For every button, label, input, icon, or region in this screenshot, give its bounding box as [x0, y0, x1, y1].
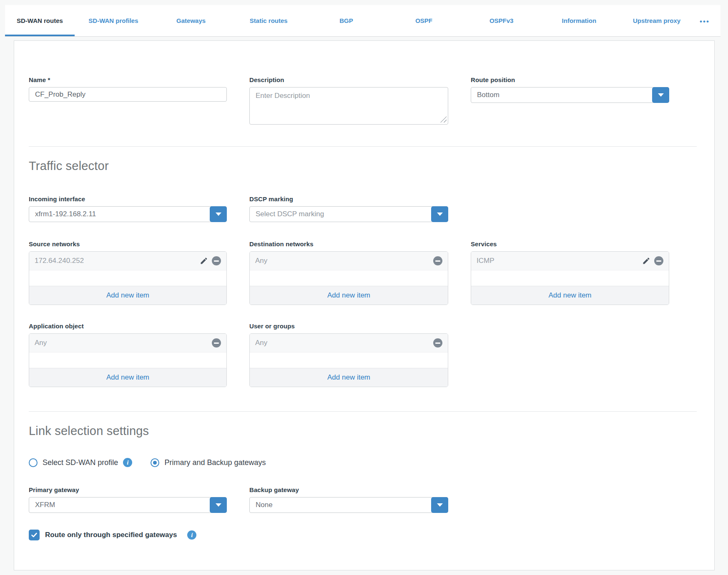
route-position-select[interactable]: Bottom	[471, 87, 669, 103]
radio-label: Primary and Backup gateways	[164, 458, 266, 467]
list-item: Any	[250, 252, 448, 270]
add-new-item-button[interactable]: Add new item	[29, 368, 226, 387]
list-item-value: Any	[35, 339, 212, 347]
tab-sdwan-routes[interactable]: SD-WAN routes	[5, 5, 75, 36]
list-item-value: Any	[255, 339, 433, 347]
remove-minus-icon[interactable]	[433, 256, 442, 265]
chevron-down-icon[interactable]	[210, 497, 227, 513]
primary-gateway-value: XFRM	[29, 501, 77, 509]
services-group: Services ICMP Add new item	[471, 240, 669, 305]
tab-ospfv3[interactable]: OSPFv3	[463, 5, 540, 36]
destination-networks-label: Destination networks	[249, 240, 448, 248]
chevron-down-icon[interactable]	[210, 206, 227, 222]
tab-sdwan-profiles[interactable]: SD-WAN profiles	[75, 5, 152, 36]
radio-unselected-icon[interactable]	[29, 458, 38, 467]
tab-static-routes[interactable]: Static routes	[230, 5, 307, 36]
services-list: ICMP Add new item	[471, 251, 669, 305]
primary-gateway-select[interactable]: XFRM	[29, 497, 227, 513]
route-tabbar: SD-WAN routes SD-WAN profiles Gateways S…	[5, 5, 720, 37]
add-new-item-button[interactable]: Add new item	[471, 286, 669, 305]
edit-pencil-icon[interactable]	[642, 257, 650, 265]
incoming-interface-select[interactable]: xfrm1-192.168.2.11	[29, 206, 227, 222]
name-label: Name *	[29, 76, 227, 83]
chevron-down-icon[interactable]	[652, 87, 669, 103]
backup-gateway-value: None	[250, 501, 294, 509]
backup-gateway-label: Backup gateway	[249, 486, 448, 493]
list-item: Any	[250, 334, 448, 352]
list-item: ICMP	[471, 252, 669, 270]
destination-networks-list: Any Add new item	[249, 251, 448, 305]
list-item-value: Any	[255, 257, 433, 265]
route-position-value: Bottom	[471, 91, 521, 99]
route-only-label: Route only through specified gateways	[45, 531, 177, 539]
info-icon[interactable]: i	[123, 458, 132, 467]
name-input[interactable]	[29, 87, 227, 102]
remove-minus-icon[interactable]	[433, 338, 442, 348]
chevron-down-icon[interactable]	[431, 497, 448, 513]
list-item: 172.64.240.252	[29, 252, 226, 270]
backup-gateway-select[interactable]: None	[249, 497, 448, 513]
list-empty-area	[250, 352, 448, 368]
list-empty-area	[471, 270, 669, 286]
tab-gateways[interactable]: Gateways	[152, 5, 230, 36]
dscp-marking-group: DSCP marking Select DSCP marking	[249, 195, 448, 222]
radio-label: Select SD-WAN profile	[43, 458, 118, 467]
traffic-selector-heading: Traffic selector	[29, 159, 698, 173]
incoming-interface-label: Incoming interface	[29, 195, 227, 202]
chevron-down-icon[interactable]	[431, 206, 448, 222]
section-divider	[29, 146, 697, 147]
more-tabs-ellipsis-icon[interactable]: •••	[695, 5, 720, 36]
description-textarea[interactable]	[249, 87, 448, 125]
list-item-value: 172.64.240.252	[35, 257, 200, 265]
add-new-item-button[interactable]: Add new item	[29, 286, 226, 305]
primary-gateway-label: Primary gateway	[29, 486, 227, 493]
incoming-interface-value: xfrm1-192.168.2.11	[29, 210, 118, 218]
tab-upstream-proxy[interactable]: Upstream proxy	[618, 5, 695, 36]
tab-ospf[interactable]: OSPF	[385, 5, 462, 36]
list-empty-area	[250, 270, 448, 286]
sdwan-route-form-panel: Name * Description Route position Bottom…	[14, 40, 715, 570]
name-field-group: Name *	[29, 76, 227, 102]
section-divider	[29, 411, 697, 412]
source-networks-list: 172.64.240.252 Add new item	[29, 251, 227, 305]
services-label: Services	[471, 240, 669, 248]
application-object-label: Application object	[29, 322, 227, 330]
remove-minus-icon[interactable]	[212, 338, 221, 348]
radio-primary-backup-gateways[interactable]: Primary and Backup gateways	[151, 458, 266, 467]
backup-gateway-group: Backup gateway None	[249, 486, 448, 513]
radio-select-sdwan-profile[interactable]: Select SD-WAN profile i	[29, 458, 132, 467]
dscp-marking-label: DSCP marking	[249, 195, 448, 202]
source-networks-label: Source networks	[29, 240, 227, 248]
description-label: Description	[249, 76, 448, 83]
route-position-field-group: Route position Bottom	[471, 76, 669, 103]
radio-selected-icon[interactable]	[151, 458, 159, 467]
dscp-marking-placeholder: Select DSCP marking	[250, 210, 346, 218]
link-selection-heading: Link selection settings	[29, 424, 698, 438]
user-or-groups-group: User or groups Any Add new item	[249, 322, 448, 387]
user-or-groups-label: User or groups	[249, 322, 448, 330]
destination-networks-group: Destination networks Any Add new item	[249, 240, 448, 305]
add-new-item-button[interactable]: Add new item	[250, 368, 448, 387]
list-empty-area	[29, 352, 226, 368]
user-or-groups-list: Any Add new item	[249, 333, 448, 387]
primary-gateway-group: Primary gateway XFRM	[29, 486, 227, 513]
application-object-group: Application object Any Add new item	[29, 322, 227, 387]
source-networks-group: Source networks 172.64.240.252 Add new i…	[29, 240, 227, 305]
route-position-label: Route position	[471, 76, 669, 83]
edit-pencil-icon[interactable]	[200, 257, 208, 265]
list-item-value: ICMP	[477, 257, 642, 265]
application-object-list: Any Add new item	[29, 333, 227, 387]
dscp-marking-select[interactable]: Select DSCP marking	[249, 206, 448, 222]
route-only-checkbox[interactable]	[29, 530, 40, 540]
tab-bgp[interactable]: BGP	[307, 5, 385, 36]
add-new-item-button[interactable]: Add new item	[250, 286, 448, 305]
tab-information[interactable]: Information	[540, 5, 618, 36]
incoming-interface-group: Incoming interface xfrm1-192.168.2.11	[29, 195, 227, 222]
list-item: Any	[29, 334, 226, 352]
remove-minus-icon[interactable]	[212, 256, 221, 265]
remove-minus-icon[interactable]	[654, 256, 663, 265]
list-empty-area	[29, 270, 226, 286]
description-field-group: Description	[249, 76, 448, 125]
info-icon[interactable]: i	[187, 530, 196, 540]
